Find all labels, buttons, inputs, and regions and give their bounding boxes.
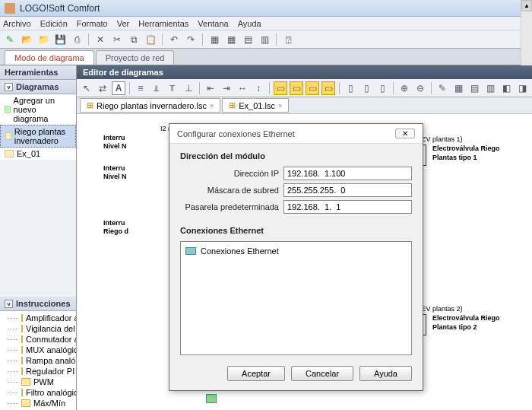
close-icon[interactable]: × — [210, 102, 214, 110]
block-small[interactable] — [206, 394, 217, 403]
file-tab-riego[interactable]: ⊞Riego plantas invernadero.lsc× — [80, 98, 220, 113]
menu-ver[interactable]: Ver — [117, 19, 130, 28]
pointer-icon[interactable]: ↖ — [80, 81, 93, 95]
tool3-icon[interactable]: ▤ — [467, 81, 481, 95]
zoom-out-icon[interactable]: ⊖ — [413, 81, 427, 95]
file-tab-ex01[interactable]: ⊞Ex_01.lsc× — [222, 98, 289, 113]
editor-toolbar: ↖ ⇄ A ≡ ⫫ ⫪ ⊥ ⇤ ⇥ ↔ ↕ ▭ ▭ ▭ ▭ ▯ ▯ ▯ ⊕ ⊖ — [77, 79, 532, 97]
align4-icon[interactable]: ⊥ — [182, 81, 195, 95]
instrucciones-header[interactable]: vInstrucciones — [0, 297, 76, 311]
chevron-down-icon[interactable]: v — [5, 83, 13, 91]
label-interr2: Interru — [103, 164, 125, 172]
y4-icon[interactable]: ▭ — [321, 81, 335, 95]
y1-icon[interactable]: ▭ — [274, 81, 287, 95]
tree-filtro[interactable]: Filtro analógico — [0, 387, 76, 398]
tree-conm[interactable]: Conmutador analógico de va — [0, 334, 76, 345]
redo-icon[interactable]: ↷ — [184, 33, 198, 46]
tree-pwm[interactable]: PWM — [0, 377, 76, 387]
tree-vig[interactable]: Vigilancia del valor analógico — [0, 323, 76, 334]
close-icon[interactable]: × — [278, 102, 282, 110]
menu-formato[interactable]: Formato — [77, 19, 108, 28]
help-icon[interactable]: ⍰ — [281, 33, 295, 46]
aceptar-button[interactable]: Aceptar — [227, 366, 285, 381]
link-icon[interactable]: ⇄ — [96, 81, 109, 95]
tab-proyecto-red[interactable]: Proyecto de red — [96, 50, 175, 65]
grid2-icon[interactable]: ▦ — [224, 33, 238, 46]
titlebar: LOGO!Soft Comfort — [0, 0, 532, 17]
print-icon[interactable]: ⎙ — [70, 33, 84, 46]
block-icon — [21, 325, 23, 332]
grid4-icon[interactable]: ▥ — [258, 33, 271, 46]
block-icon — [21, 399, 30, 407]
tab-modo-diagrama[interactable]: Modo de diagrama — [5, 50, 94, 65]
label-nivel1: Nivel N — [103, 142, 127, 150]
chevron-down-icon[interactable]: v — [5, 300, 13, 308]
new-icon[interactable]: ✎ — [3, 33, 17, 46]
menu-archivo[interactable]: Archivo — [3, 19, 31, 28]
page2-icon[interactable]: ▯ — [359, 81, 373, 95]
dist3-icon[interactable]: ↔ — [236, 81, 249, 95]
tool6-icon[interactable]: ◨ — [515, 81, 529, 95]
grid1-icon[interactable]: ▦ — [207, 33, 221, 46]
align2-icon[interactable]: ⫫ — [150, 81, 163, 95]
app-title: LOGO!Soft Comfort — [20, 3, 100, 14]
y2-icon[interactable]: ▭ — [290, 81, 303, 95]
undo-icon[interactable]: ↶ — [167, 33, 181, 46]
y3-icon[interactable]: ▭ — [306, 81, 319, 95]
menu-ayuda[interactable]: Ayuda — [238, 19, 261, 28]
sidebar: Herramientas vDiagramas Agregar un nuevo… — [0, 65, 77, 410]
tool4-icon[interactable]: ▥ — [483, 81, 497, 95]
ip-input[interactable] — [283, 167, 412, 180]
connections-list[interactable]: Conexiones Ethernet — [180, 241, 412, 355]
cancelar-button[interactable]: Cancelar — [291, 366, 353, 381]
tree-rampa[interactable]: Rampa analógica — [0, 355, 76, 366]
block-icon — [21, 389, 23, 396]
dist1-icon[interactable]: ⇤ — [204, 81, 217, 95]
tree-reg[interactable]: Regulador PI — [0, 366, 76, 377]
dist2-icon[interactable]: ⇥ — [220, 81, 233, 95]
menu-ventana[interactable]: Ventana — [198, 19, 228, 28]
add-diagram-item[interactable]: Agregar un nuevo diagrama — [0, 94, 76, 125]
menu-edicion[interactable]: Edición — [40, 19, 68, 28]
align1-icon[interactable]: ≡ — [134, 81, 147, 95]
diagramas-header[interactable]: vDiagramas — [0, 80, 76, 94]
diagrams-list: Agregar un nuevo diagrama Riego plantas … — [0, 94, 76, 160]
align3-icon[interactable]: ⫪ — [166, 81, 179, 95]
zoom-in-icon[interactable]: ⊕ — [397, 81, 411, 95]
tree-mux[interactable]: MUX analógico — [0, 345, 76, 355]
page3-icon[interactable]: ▯ — [375, 81, 389, 95]
editor-file-tabs: ⊞Riego plantas invernadero.lsc× ⊞Ex_01.l… — [77, 97, 532, 114]
menubar: Archivo Edición Formato Ver Herramientas… — [0, 17, 532, 30]
tool1-icon[interactable]: ✎ — [435, 81, 449, 95]
dialog-title: Configurar conexiones Ethernet — [177, 129, 295, 138]
open-icon[interactable]: 📂 — [20, 33, 33, 46]
mask-input[interactable] — [283, 183, 412, 197]
grid3-icon[interactable]: ▤ — [241, 33, 255, 46]
mask-label: Máscara de subred — [180, 186, 279, 195]
close-button[interactable]: ✕ — [395, 129, 415, 138]
delete-icon[interactable]: ✕ — [93, 33, 107, 46]
tool2-icon[interactable]: ▦ — [451, 81, 465, 95]
block-icon — [21, 378, 30, 386]
dist4-icon[interactable]: ↕ — [252, 81, 265, 95]
copy-icon[interactable]: ⧉ — [127, 33, 141, 46]
save-icon[interactable]: 💾 — [53, 33, 67, 46]
paste-icon[interactable]: 📋 — [144, 33, 157, 46]
menu-herramientas[interactable]: Herramientas — [138, 19, 188, 28]
tree-max[interactable]: Máx/Mín — [0, 398, 76, 408]
folder-icon[interactable]: 📁 — [36, 33, 50, 46]
page1-icon[interactable]: ▯ — [344, 81, 357, 95]
gateway-input[interactable] — [283, 200, 412, 214]
ayuda-button[interactable]: Ayuda — [359, 366, 412, 381]
network-icon — [185, 247, 196, 255]
diagram-item-ex01[interactable]: Ex_01 — [0, 148, 76, 160]
group-conexiones: Conexiones Ethernet — [180, 226, 412, 235]
diagram-item-riego[interactable]: Riego plantas invernadero — [0, 125, 76, 148]
tree-amp[interactable]: Amplificador analógico — [0, 313, 76, 323]
label-ev2b: Plantas tipo 2 — [432, 323, 477, 331]
tool5-icon[interactable]: ◧ — [499, 81, 513, 95]
text-icon[interactable]: A — [112, 81, 125, 95]
main-toolbar: ✎ 📂 📁 💾 ⎙ ✕ ✂ ⧉ 📋 ↶ ↷ ▦ ▦ ▤ ▥ ⍰ — [0, 30, 532, 49]
cut-icon[interactable]: ✂ — [110, 33, 124, 46]
connection-item[interactable]: Conexiones Ethernet — [184, 245, 408, 257]
